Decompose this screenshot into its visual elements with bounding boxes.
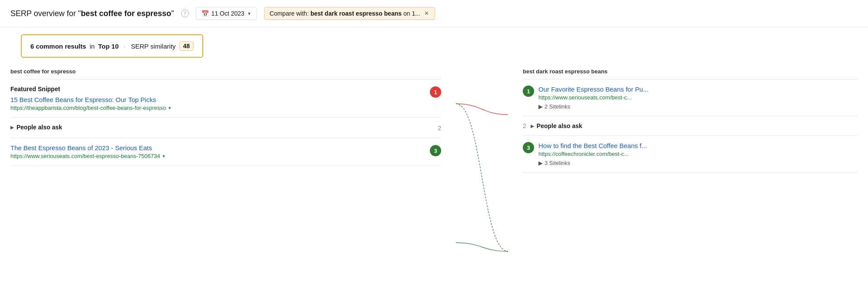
similarity-label: SERP similarity: [131, 43, 175, 50]
right-result-1-title[interactable]: Our Favorite Espresso Beans for Pu...: [538, 86, 648, 93]
similarity-value: 48: [179, 41, 194, 51]
result-3-section: The Best Espresso Beans of 2023 - Seriou…: [10, 138, 441, 166]
compare-keyword: best dark roast espresso beans: [310, 10, 402, 17]
right-column: best dark roast espresso beans 1 Our Fav…: [512, 65, 868, 173]
sitelinks-triangle-icon: ▶: [538, 103, 543, 110]
result-url[interactable]: https://theappbarista.com/blog/best-coff…: [10, 105, 172, 111]
right-result-3-title[interactable]: How to find the Best Coffee Beans f...: [538, 142, 647, 149]
right-url-1-text: https://www.seriouseats.com/best-c...: [538, 94, 632, 101]
right-paa-triangle-icon: ▶: [531, 124, 534, 129]
sitelinks-3[interactable]: ▶ 3 Sitelinks: [538, 160, 647, 166]
separator-dot: ·: [124, 43, 125, 50]
close-button[interactable]: ×: [424, 10, 429, 17]
right-paa-label: People also ask: [537, 122, 582, 129]
url-3-chevron-icon: ▼: [162, 154, 166, 158]
rank-number-2: 2: [438, 125, 441, 132]
compare-badge: Compare with: best dark roast espresso b…: [264, 7, 435, 20]
summary-box: 6 common results in Top 10 · SERP simila…: [21, 34, 203, 58]
in-label: in: [89, 43, 95, 50]
right-result-3-url[interactable]: https://coffeechronicler.com/best-c...: [538, 151, 647, 157]
right-rank-number-2: 2: [523, 122, 526, 129]
result-3-url[interactable]: https://www.seriouseats.com/best-espress…: [10, 153, 166, 159]
sitelinks-3-triangle-icon: ▶: [538, 160, 543, 166]
sitelinks-1[interactable]: ▶ 2 Sitelinks: [538, 103, 648, 110]
common-results-count: 6 common results: [30, 43, 86, 50]
sitelinks-3-label: 3 Sitelinks: [545, 160, 570, 166]
connector-area: [452, 65, 512, 173]
right-paa-section: 2 ▶ People also ask: [523, 116, 858, 136]
right-url-3-text: https://coffeechronicler.com/best-c...: [538, 151, 629, 157]
top-10-label: Top 10: [98, 43, 119, 50]
paa-label: People also ask: [17, 124, 62, 131]
url-chevron-icon: ▼: [168, 106, 172, 110]
right-result-1-url[interactable]: https://www.seriouseats.com/best-c...: [538, 94, 648, 101]
result-3-title-link[interactable]: The Best Espresso Beans of 2023 - Seriou…: [10, 144, 166, 152]
featured-snippet-section: Featured Snippet 15 Best Coffee Beans fo…: [10, 79, 441, 118]
left-column: best coffee for espresso Featured Snippe…: [0, 65, 452, 173]
header-bar: SERP overview for "best coffee for espre…: [0, 0, 868, 27]
right-result-3-section: 3 How to find the Best Coffee Beans f...…: [523, 136, 858, 173]
rank-badge-1: 1: [430, 86, 441, 98]
triangle-icon: ▶: [10, 125, 14, 130]
people-also-ask-section: ▶ People also ask 2: [10, 118, 441, 138]
page-title: SERP overview for "best coffee for espre…: [10, 9, 174, 18]
calendar-icon: 📅: [201, 10, 209, 17]
right-rank-badge-3: 3: [523, 142, 534, 153]
sitelinks-1-label: 2 Sitelinks: [545, 103, 570, 110]
featured-snippet-label: Featured Snippet: [10, 86, 172, 92]
result-title-link[interactable]: 15 Best Coffee Beans for Espresso: Our T…: [10, 96, 172, 103]
help-icon[interactable]: ?: [181, 10, 189, 17]
compare-suffix: on 1...: [402, 10, 420, 17]
compare-label-text: Compare with: best dark roast espresso b…: [270, 10, 420, 17]
right-column-header: best dark roast espresso beans: [523, 65, 858, 79]
chevron-down-icon: ▼: [247, 11, 251, 16]
date-value: 11 Oct 2023: [211, 10, 244, 17]
right-result-1-section: 1 Our Favorite Espresso Beans for Pu... …: [523, 79, 858, 116]
left-column-header: best coffee for espresso: [10, 65, 441, 79]
connector-svg: [452, 65, 512, 290]
date-selector[interactable]: 📅 11 Oct 2023 ▼: [196, 7, 257, 20]
url-3-text: https://www.seriouseats.com/best-espress…: [10, 153, 160, 159]
people-also-ask[interactable]: ▶ People also ask: [10, 124, 62, 131]
rank-badge-3: 3: [430, 145, 441, 156]
url-text: https://theappbarista.com/blog/best-coff…: [10, 105, 166, 111]
keyword-text: best coffee for espresso: [81, 9, 171, 18]
right-people-also-ask[interactable]: ▶ People also ask: [531, 122, 582, 129]
right-rank-badge-1: 1: [523, 86, 534, 97]
main-content: best coffee for espresso Featured Snippe…: [0, 65, 868, 173]
